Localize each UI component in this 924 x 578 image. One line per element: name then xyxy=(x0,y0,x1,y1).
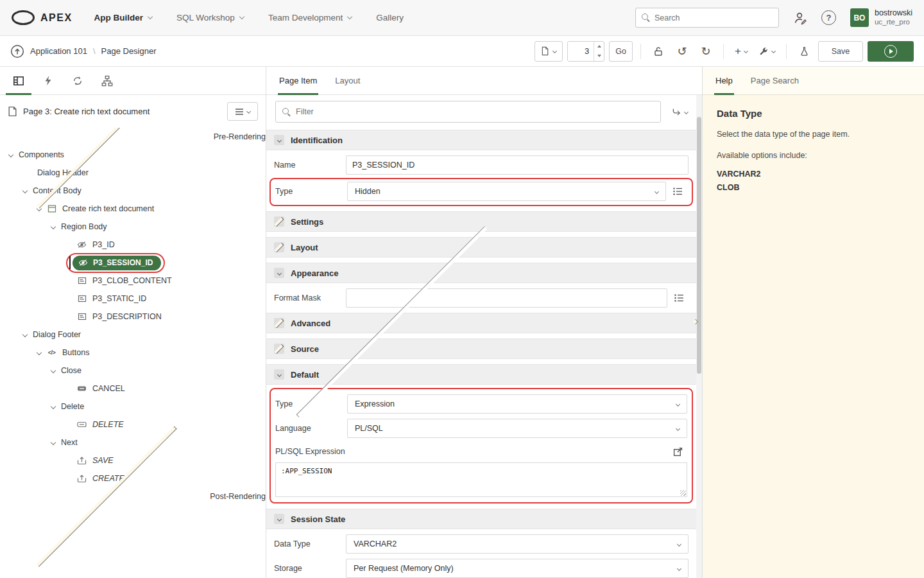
tree-item-region-body[interactable]: Region Body xyxy=(0,218,266,236)
filter-box xyxy=(275,101,661,123)
tree-item-close[interactable]: Close xyxy=(0,362,266,380)
nav-app-builder[interactable]: App Builder xyxy=(94,13,153,22)
administration-icon[interactable] xyxy=(793,11,807,25)
help-option-clob: CLOB xyxy=(717,181,910,195)
scrollbar-track[interactable] xyxy=(696,95,702,578)
tree-item-delete[interactable]: Delete xyxy=(0,398,266,416)
session-data-type-select[interactable]: VARCHAR2 xyxy=(346,534,689,554)
section-source[interactable]: Source xyxy=(266,338,696,359)
undo-button[interactable]: ↺ xyxy=(672,41,692,62)
lock-button[interactable] xyxy=(649,41,668,62)
tree-item-pre-rendering[interactable]: Pre-Rendering xyxy=(0,128,266,146)
collapse-toggle-icon xyxy=(274,135,284,145)
tree-menu-button[interactable] xyxy=(227,102,258,121)
help-description: Select the data type of the page item. xyxy=(717,128,910,141)
name-field-row: Name xyxy=(274,155,689,175)
type-field-highlight: Type Hidden xyxy=(270,178,693,206)
name-label: Name xyxy=(274,161,346,170)
go-button[interactable]: Go xyxy=(609,41,633,62)
utilities-menu-button[interactable] xyxy=(755,41,778,62)
nav-team-development[interactable]: Team Development xyxy=(268,13,352,22)
format-mask-label: Format Mask xyxy=(274,293,346,302)
type-select[interactable]: Hidden xyxy=(347,182,666,201)
chevron-down-icon xyxy=(654,189,659,193)
tab-processing[interactable] xyxy=(63,67,92,94)
nav-gallery[interactable]: Gallery xyxy=(376,13,404,22)
tree-item-delete-button[interactable]: DELETE xyxy=(0,416,266,434)
tab-layout[interactable]: Layout xyxy=(335,67,360,94)
run-button[interactable] xyxy=(868,41,914,62)
redo-button[interactable]: ↻ xyxy=(696,41,715,62)
language-select[interactable]: PL/SQL xyxy=(347,419,687,438)
search-input[interactable] xyxy=(654,13,773,22)
page-number-down-icon[interactable] xyxy=(594,51,604,61)
collapse-right-panel-icon[interactable] xyxy=(694,320,697,324)
rendering-tree: Pre-Rendering Components Dialog Header C… xyxy=(0,128,266,578)
filter-input[interactable] xyxy=(296,107,654,116)
create-menu-button[interactable]: + xyxy=(732,41,751,62)
save-button[interactable]: Save xyxy=(818,41,863,62)
tree-item-p3-id[interactable]: P3_ID xyxy=(0,236,266,254)
page-selector-button[interactable] xyxy=(535,41,563,62)
page-number-input[interactable] xyxy=(568,42,594,61)
tree-item-content-body[interactable]: Content Body xyxy=(0,182,266,200)
tree-item-p3-clob-content[interactable]: P3_CLOB_CONTENT xyxy=(0,272,266,290)
tab-page-search[interactable]: Page Search xyxy=(751,67,799,94)
tree-item-p3-session-id[interactable]: P3_SESSION_ID xyxy=(0,254,266,272)
format-mask-lov-button[interactable] xyxy=(669,288,689,308)
search-icon xyxy=(642,13,650,22)
scrollbar-thumb[interactable] xyxy=(697,117,701,374)
collapse-left-panel-icon[interactable] xyxy=(259,320,525,324)
tree-item-cancel-button[interactable]: CANCEL xyxy=(0,380,266,398)
help-content: Data Type Select the data type of the pa… xyxy=(703,95,924,206)
tree-item-components[interactable]: Components xyxy=(0,146,266,164)
tree-item-next[interactable]: Next xyxy=(0,434,266,451)
goto-group-button[interactable] xyxy=(666,102,693,121)
type-label: Type xyxy=(275,187,347,196)
tab-help[interactable]: Help xyxy=(715,67,733,94)
default-type-select[interactable]: Expression xyxy=(347,394,687,414)
format-mask-field-row: Format Mask xyxy=(274,288,689,308)
help-option-varchar2: VARCHAR2 xyxy=(717,168,910,181)
storage-select[interactable]: Per Request (Memory Only) xyxy=(346,559,689,578)
page-number-up-icon[interactable] xyxy=(594,42,604,51)
name-input[interactable] xyxy=(346,155,689,175)
open-code-editor-button[interactable] xyxy=(668,442,687,461)
chevron-down-icon xyxy=(676,426,680,430)
selection-highlight-ring: P3_SESSION_ID xyxy=(66,253,165,273)
tree-item-dialog-header[interactable]: Dialog Header xyxy=(0,164,266,182)
breadcrumb-application[interactable]: Application 101 xyxy=(30,46,87,56)
format-mask-input[interactable] xyxy=(346,288,667,308)
section-layout[interactable]: Layout xyxy=(266,237,696,258)
global-search xyxy=(635,8,779,28)
chevron-down-icon xyxy=(677,566,681,570)
textarea-item-icon xyxy=(77,276,87,286)
resize-handle[interactable] xyxy=(680,490,686,496)
section-session-state[interactable]: Session State xyxy=(266,509,696,529)
tree-item-p3-static-id[interactable]: P3_STATIC_ID xyxy=(0,290,266,308)
plsql-expression-editor[interactable]: :APP_SESSION xyxy=(275,462,687,497)
section-appearance[interactable]: Appearance xyxy=(266,263,696,283)
tree-item-p3-description[interactable]: P3_DESCRIPTION xyxy=(0,308,266,326)
tree-item-post-rendering[interactable]: Post-Rendering xyxy=(0,487,266,505)
textarea-item-icon xyxy=(77,312,87,322)
type-lov-button[interactable] xyxy=(668,182,687,201)
collapse-toggle-icon xyxy=(274,514,284,524)
tree-item-buttons[interactable]: </> Buttons xyxy=(0,344,266,362)
collapse-toggle-icon xyxy=(274,344,284,354)
section-identification[interactable]: Identification xyxy=(266,130,696,150)
apex-brand[interactable]: APEX xyxy=(12,10,73,25)
tab-page-shared-components[interactable] xyxy=(92,67,122,94)
nav-sql-workshop[interactable]: SQL Workshop xyxy=(176,13,244,22)
user-menu[interactable]: BO bostrowski uc_rte_pro xyxy=(850,8,912,27)
tab-rendering[interactable] xyxy=(4,67,33,94)
search-icon xyxy=(282,108,291,116)
tab-page-item[interactable]: Page Item xyxy=(279,67,317,94)
tree-header: Page 3: Create rich text document xyxy=(0,95,266,128)
shared-components-button[interactable] xyxy=(794,41,814,62)
collapse-toggle-icon xyxy=(274,216,284,227)
tree-item-dialog-footer[interactable]: Dialog Footer xyxy=(0,326,266,344)
chevron-down-icon xyxy=(744,49,748,53)
tab-dynamic-actions[interactable] xyxy=(33,67,63,94)
help-icon[interactable]: ? xyxy=(821,10,836,25)
